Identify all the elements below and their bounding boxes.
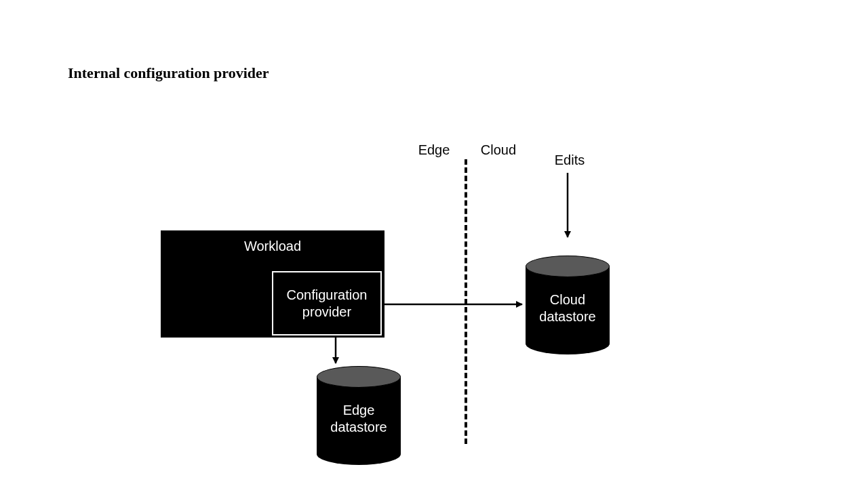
diagram-canvas: Internal configuration provider Edge Clo… — [0, 0, 868, 488]
cloud-region-label: Cloud — [475, 142, 522, 158]
edge-region-label: Edge — [410, 142, 458, 158]
edge-cloud-divider — [465, 159, 467, 444]
configuration-provider-label: Configuration provider — [287, 287, 368, 321]
cloud-datastore-cylinder-icon: Cloud datastore — [526, 256, 610, 354]
edge-datastore-label: Edge datastore — [317, 402, 401, 436]
edge-datastore-cylinder-icon: Edge datastore — [317, 366, 401, 465]
diagram-title: Internal configuration provider — [68, 64, 269, 82]
workload-title: Workload — [161, 239, 384, 254]
edits-label: Edits — [549, 152, 590, 168]
cloud-datastore-label: Cloud datastore — [526, 291, 610, 325]
configuration-provider-box: Configuration provider — [272, 271, 382, 336]
